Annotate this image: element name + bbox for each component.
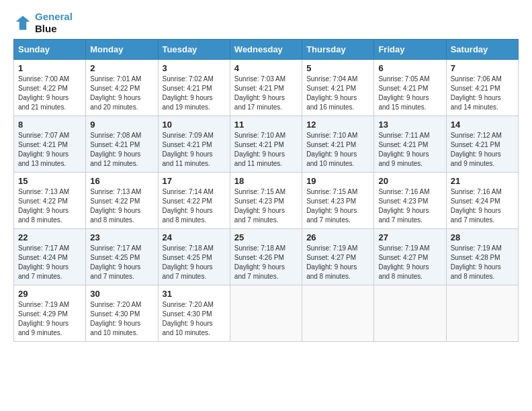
day-number: 23 xyxy=(90,232,153,242)
calendar-cell xyxy=(374,285,446,342)
day-info: Sunrise: 7:13 AM Sunset: 4:22 PM Dayligh… xyxy=(90,188,141,224)
calendar-table: SundayMondayTuesdayWednesdayThursdayFrid… xyxy=(13,39,519,342)
calendar-cell: 23 Sunrise: 7:17 AM Sunset: 4:25 PM Dayl… xyxy=(86,229,158,285)
day-header-thursday: Thursday xyxy=(302,40,374,60)
day-info: Sunrise: 7:16 AM Sunset: 4:24 PM Dayligh… xyxy=(451,188,502,224)
calendar-cell: 6 Sunrise: 7:05 AM Sunset: 4:21 PM Dayli… xyxy=(374,60,446,116)
calendar-cell: 4 Sunrise: 7:03 AM Sunset: 4:21 PM Dayli… xyxy=(230,60,302,116)
calendar-cell: 3 Sunrise: 7:02 AM Sunset: 4:21 PM Dayli… xyxy=(158,60,230,116)
day-info: Sunrise: 7:17 AM Sunset: 4:24 PM Dayligh… xyxy=(18,244,69,280)
day-info: Sunrise: 7:19 AM Sunset: 4:27 PM Dayligh… xyxy=(306,244,357,280)
day-number: 20 xyxy=(378,176,441,186)
day-info: Sunrise: 7:03 AM Sunset: 4:21 PM Dayligh… xyxy=(234,75,285,111)
day-number: 16 xyxy=(90,176,153,186)
day-number: 27 xyxy=(378,232,441,242)
day-number: 12 xyxy=(306,120,369,130)
calendar-cell: 30 Sunrise: 7:20 AM Sunset: 4:30 PM Dayl… xyxy=(86,285,158,342)
day-header-tuesday: Tuesday xyxy=(158,40,230,60)
day-number: 4 xyxy=(234,63,298,73)
day-info: Sunrise: 7:19 AM Sunset: 4:27 PM Dayligh… xyxy=(378,244,429,280)
day-number: 3 xyxy=(163,63,226,73)
calendar-cell: 17 Sunrise: 7:14 AM Sunset: 4:22 PM Dayl… xyxy=(158,173,230,229)
day-number: 24 xyxy=(163,232,226,242)
calendar-cell: 12 Sunrise: 7:10 AM Sunset: 4:21 PM Dayl… xyxy=(302,116,374,173)
day-number: 19 xyxy=(306,176,369,186)
day-info: Sunrise: 7:13 AM Sunset: 4:22 PM Dayligh… xyxy=(18,188,69,224)
calendar-cell: 31 Sunrise: 7:20 AM Sunset: 4:30 PM Dayl… xyxy=(158,285,230,342)
day-number: 29 xyxy=(18,289,81,299)
logo-text: General Blue xyxy=(35,11,73,35)
day-number: 13 xyxy=(378,120,441,130)
calendar-cell: 9 Sunrise: 7:08 AM Sunset: 4:21 PM Dayli… xyxy=(86,116,158,173)
day-info: Sunrise: 7:20 AM Sunset: 4:30 PM Dayligh… xyxy=(90,301,141,336)
day-header-monday: Monday xyxy=(86,40,158,60)
day-header-friday: Friday xyxy=(374,40,446,60)
calendar-cell: 2 Sunrise: 7:01 AM Sunset: 4:22 PM Dayli… xyxy=(86,60,158,116)
day-header-saturday: Saturday xyxy=(446,40,518,60)
day-header-sunday: Sunday xyxy=(14,40,86,60)
calendar-cell: 11 Sunrise: 7:10 AM Sunset: 4:21 PM Dayl… xyxy=(230,116,302,173)
day-number: 11 xyxy=(234,120,298,130)
day-number: 8 xyxy=(18,120,81,130)
calendar-week-5: 29 Sunrise: 7:19 AM Sunset: 4:29 PM Dayl… xyxy=(14,285,519,342)
day-number: 2 xyxy=(90,63,153,73)
day-number: 22 xyxy=(18,232,81,242)
calendar-week-3: 15 Sunrise: 7:13 AM Sunset: 4:22 PM Dayl… xyxy=(14,173,519,229)
day-number: 5 xyxy=(306,63,369,73)
day-info: Sunrise: 7:08 AM Sunset: 4:21 PM Dayligh… xyxy=(90,132,141,167)
calendar-cell: 5 Sunrise: 7:04 AM Sunset: 4:21 PM Dayli… xyxy=(302,60,374,116)
calendar-cell: 16 Sunrise: 7:13 AM Sunset: 4:22 PM Dayl… xyxy=(86,173,158,229)
day-number: 25 xyxy=(234,232,298,242)
day-number: 10 xyxy=(163,120,226,130)
day-info: Sunrise: 7:15 AM Sunset: 4:23 PM Dayligh… xyxy=(306,188,357,224)
calendar-cell: 18 Sunrise: 7:15 AM Sunset: 4:23 PM Dayl… xyxy=(230,173,302,229)
day-info: Sunrise: 7:02 AM Sunset: 4:21 PM Dayligh… xyxy=(163,75,214,111)
calendar-cell xyxy=(230,285,302,342)
calendar-cell: 7 Sunrise: 7:06 AM Sunset: 4:21 PM Dayli… xyxy=(446,60,518,116)
logo-icon xyxy=(13,13,32,32)
day-number: 17 xyxy=(163,176,226,186)
calendar-cell: 8 Sunrise: 7:07 AM Sunset: 4:21 PM Dayli… xyxy=(14,116,86,173)
day-number: 14 xyxy=(451,120,514,130)
calendar-week-4: 22 Sunrise: 7:17 AM Sunset: 4:24 PM Dayl… xyxy=(14,229,519,285)
calendar-cell: 13 Sunrise: 7:11 AM Sunset: 4:21 PM Dayl… xyxy=(374,116,446,173)
logo: General Blue xyxy=(13,11,73,35)
day-number: 26 xyxy=(306,232,369,242)
day-number: 21 xyxy=(451,176,514,186)
day-info: Sunrise: 7:15 AM Sunset: 4:23 PM Dayligh… xyxy=(234,188,285,224)
day-header-wednesday: Wednesday xyxy=(230,40,302,60)
day-number: 31 xyxy=(163,289,226,299)
day-info: Sunrise: 7:14 AM Sunset: 4:22 PM Dayligh… xyxy=(163,188,214,224)
calendar-cell: 25 Sunrise: 7:18 AM Sunset: 4:26 PM Dayl… xyxy=(230,229,302,285)
day-number: 15 xyxy=(18,176,81,186)
day-info: Sunrise: 7:05 AM Sunset: 4:21 PM Dayligh… xyxy=(378,75,429,111)
calendar-cell: 15 Sunrise: 7:13 AM Sunset: 4:22 PM Dayl… xyxy=(14,173,86,229)
day-info: Sunrise: 7:06 AM Sunset: 4:21 PM Dayligh… xyxy=(451,75,502,111)
day-number: 7 xyxy=(451,63,514,73)
calendar-cell: 24 Sunrise: 7:18 AM Sunset: 4:25 PM Dayl… xyxy=(158,229,230,285)
calendar-week-2: 8 Sunrise: 7:07 AM Sunset: 4:21 PM Dayli… xyxy=(14,116,519,173)
day-number: 28 xyxy=(451,232,514,242)
day-info: Sunrise: 7:07 AM Sunset: 4:21 PM Dayligh… xyxy=(18,132,69,167)
calendar-cell: 1 Sunrise: 7:00 AM Sunset: 4:22 PM Dayli… xyxy=(14,60,86,116)
calendar-cell: 27 Sunrise: 7:19 AM Sunset: 4:27 PM Dayl… xyxy=(374,229,446,285)
calendar-week-1: 1 Sunrise: 7:00 AM Sunset: 4:22 PM Dayli… xyxy=(14,60,519,116)
day-info: Sunrise: 7:04 AM Sunset: 4:21 PM Dayligh… xyxy=(306,75,357,111)
calendar-cell: 10 Sunrise: 7:09 AM Sunset: 4:21 PM Dayl… xyxy=(158,116,230,173)
day-info: Sunrise: 7:18 AM Sunset: 4:25 PM Dayligh… xyxy=(163,244,214,280)
day-info: Sunrise: 7:17 AM Sunset: 4:25 PM Dayligh… xyxy=(90,244,141,280)
day-info: Sunrise: 7:10 AM Sunset: 4:21 PM Dayligh… xyxy=(234,132,285,167)
calendar-cell: 21 Sunrise: 7:16 AM Sunset: 4:24 PM Dayl… xyxy=(446,173,518,229)
calendar-cell xyxy=(302,285,374,342)
day-info: Sunrise: 7:01 AM Sunset: 4:22 PM Dayligh… xyxy=(90,75,141,111)
calendar-cell: 19 Sunrise: 7:15 AM Sunset: 4:23 PM Dayl… xyxy=(302,173,374,229)
day-info: Sunrise: 7:10 AM Sunset: 4:21 PM Dayligh… xyxy=(306,132,357,167)
day-number: 1 xyxy=(18,63,81,73)
calendar-cell: 22 Sunrise: 7:17 AM Sunset: 4:24 PM Dayl… xyxy=(14,229,86,285)
page-header: General Blue xyxy=(13,11,519,35)
svg-marker-1 xyxy=(16,16,30,30)
day-info: Sunrise: 7:20 AM Sunset: 4:30 PM Dayligh… xyxy=(163,301,214,336)
day-number: 6 xyxy=(378,63,441,73)
day-info: Sunrise: 7:18 AM Sunset: 4:26 PM Dayligh… xyxy=(234,244,285,280)
day-number: 30 xyxy=(90,289,153,299)
